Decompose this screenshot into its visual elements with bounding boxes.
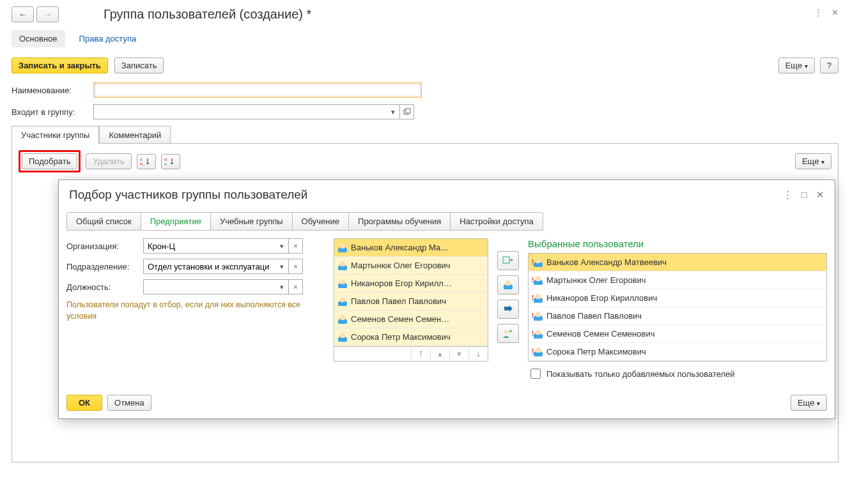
list-nav-up[interactable]: ▲ — [430, 347, 449, 361]
list-item[interactable]: Павлов Павел Павлович — [529, 307, 826, 325]
close-icon[interactable]: ✕ — [831, 8, 838, 17]
dialog-tab-learning[interactable]: Обучение — [293, 213, 349, 230]
list-item[interactable]: Сорока Петр Максимович — [334, 328, 488, 346]
dialog-maximize-icon[interactable]: □ — [801, 189, 807, 201]
save-and-close-button[interactable]: Записать и закрыть — [12, 57, 108, 73]
sort-desc-icon: ЯА — [164, 157, 174, 166]
page-title: Группа пользователей (создание) * — [104, 7, 311, 22]
add-user-button[interactable] — [497, 275, 519, 294]
show-only-added-checkbox[interactable] — [530, 369, 541, 379]
kebab-icon[interactable]: ⋮ — [814, 8, 823, 17]
dialog-title: Подбор участников группы пользователей — [69, 188, 307, 202]
user-icon — [338, 315, 347, 324]
tab-members[interactable]: Участники группы — [12, 126, 99, 144]
list-nav-last[interactable]: ⤓ — [468, 347, 488, 361]
dialog-kebab-icon[interactable]: ⋮ — [783, 189, 792, 201]
svg-text:Я: Я — [140, 162, 143, 166]
selected-title: Выбранные пользователи — [528, 238, 827, 249]
user-icon — [338, 243, 347, 252]
dept-field[interactable] — [143, 259, 275, 274]
tab-comment[interactable]: Комментарий — [99, 126, 171, 144]
parent-group-open[interactable] — [400, 104, 414, 119]
add-group-button[interactable] — [497, 251, 519, 270]
filter-hint: Пользователи попадут в отбор, если для н… — [66, 300, 325, 322]
pos-field[interactable] — [143, 279, 275, 294]
list-nav-down[interactable]: ▼ — [449, 347, 468, 361]
dept-dropdown[interactable]: ▾ — [275, 259, 289, 274]
list-item[interactable]: Семенов Семен Семен… — [334, 310, 488, 328]
svg-text:А: А — [164, 162, 167, 166]
pos-label: Должность: — [66, 282, 141, 292]
list-item[interactable]: Никаноров Егор Кирилл… — [334, 275, 488, 293]
svg-text:А: А — [140, 158, 143, 162]
add-new-user-button[interactable]: + — [497, 324, 519, 343]
parent-group-label: Входит в группу: — [12, 107, 88, 117]
user-alert-icon — [534, 312, 543, 321]
tutorial-highlight: Подобрать — [19, 150, 81, 172]
dialog-cancel-button[interactable]: Отмена — [107, 395, 151, 411]
list-item[interactable]: Ваньков Александр Ма… — [334, 239, 488, 257]
delete-button[interactable]: Удалить — [86, 153, 132, 169]
list-item[interactable]: Мартынюк Олег Егорович — [529, 271, 826, 289]
dialog-tab-enterprise[interactable]: Предприятие — [141, 213, 211, 230]
dialog-tabs: Общий список Предприятие Учебные группы … — [66, 212, 543, 231]
arrow-right-icon — [503, 305, 513, 314]
svg-text:+: + — [509, 328, 513, 335]
dept-clear[interactable]: × — [289, 259, 303, 274]
user-icon — [338, 279, 347, 288]
user-icon — [338, 297, 347, 306]
tab-access-rights[interactable]: Права доступа — [79, 34, 137, 43]
user-alert-icon — [534, 258, 543, 267]
dialog-tab-all[interactable]: Общий список — [67, 213, 141, 230]
selected-user-list[interactable]: Ваньков Александр Матвеевич Мартынюк Оле… — [528, 253, 827, 362]
list-item[interactable]: Ваньков Александр Матвеевич — [529, 254, 826, 271]
pos-dropdown[interactable]: ▾ — [275, 279, 289, 294]
move-right-button[interactable] — [497, 300, 519, 319]
forward-button[interactable]: → — [36, 6, 59, 22]
dialog-close-icon[interactable]: ✕ — [816, 189, 824, 201]
dialog-more-button[interactable]: Еще ▾ — [791, 395, 827, 411]
parent-group-field[interactable] — [93, 104, 386, 119]
user-icon — [338, 261, 347, 270]
list-item[interactable]: Сорока Петр Максимович — [529, 343, 826, 361]
svg-rect-6 — [503, 257, 509, 263]
chevron-down-icon: ▾ — [805, 63, 808, 70]
parent-group-dropdown[interactable]: ▾ — [386, 104, 400, 119]
list-nav-first[interactable]: ⤒ — [411, 347, 430, 361]
list-item[interactable]: Никаноров Егор Кириллович — [529, 289, 826, 307]
dialog-tab-access[interactable]: Настройки доступа — [451, 213, 543, 230]
dialog-pick-users: Подбор участников группы пользователей ⋮… — [58, 179, 835, 419]
user-alert-icon — [534, 276, 543, 285]
list-item[interactable]: Семенов Семен Семенович — [529, 325, 826, 343]
pick-button[interactable]: Подобрать — [22, 153, 77, 169]
dialog-ok-button[interactable]: ОК — [66, 395, 102, 411]
show-only-added-label: Показывать только добавляемых пользовате… — [546, 369, 735, 379]
user-alert-icon — [534, 330, 543, 339]
list-item[interactable]: Павлов Павел Павлович — [334, 293, 488, 310]
source-user-list[interactable]: Ваньков Александр Ма… Мартынюк Олег Егор… — [334, 238, 488, 347]
add-group-icon — [502, 256, 514, 266]
list-item[interactable]: Мартынюк Олег Егорович — [334, 257, 488, 275]
help-button[interactable]: ? — [820, 57, 838, 73]
org-label: Организация: — [66, 241, 141, 251]
dept-label: Подразделение: — [66, 262, 141, 271]
user-icon — [504, 280, 513, 289]
list-nav-strip: ⤒ ▲ ▼ ⤓ — [334, 347, 488, 362]
tab-main[interactable]: Основное — [12, 30, 65, 47]
dialog-tab-programs[interactable]: Программы обучения — [349, 213, 451, 230]
sort-asc-button[interactable]: АЯ — [137, 154, 156, 169]
org-field[interactable] — [143, 238, 275, 254]
toolbar-more-button[interactable]: Еще ▾ — [795, 153, 831, 169]
name-label: Наименование: — [12, 86, 88, 95]
save-button[interactable]: Записать — [114, 57, 164, 73]
org-dropdown[interactable]: ▾ — [275, 238, 289, 254]
name-field[interactable] — [93, 82, 422, 98]
pos-clear[interactable]: × — [289, 279, 303, 294]
org-clear[interactable]: × — [289, 238, 303, 254]
svg-text:Я: Я — [164, 158, 167, 162]
sort-asc-icon: АЯ — [140, 157, 150, 166]
dialog-tab-study-groups[interactable]: Учебные группы — [211, 213, 293, 230]
sort-desc-button[interactable]: ЯА — [161, 154, 180, 169]
back-button[interactable]: ← — [12, 6, 34, 22]
more-button[interactable]: Еще ▾ — [778, 57, 815, 73]
